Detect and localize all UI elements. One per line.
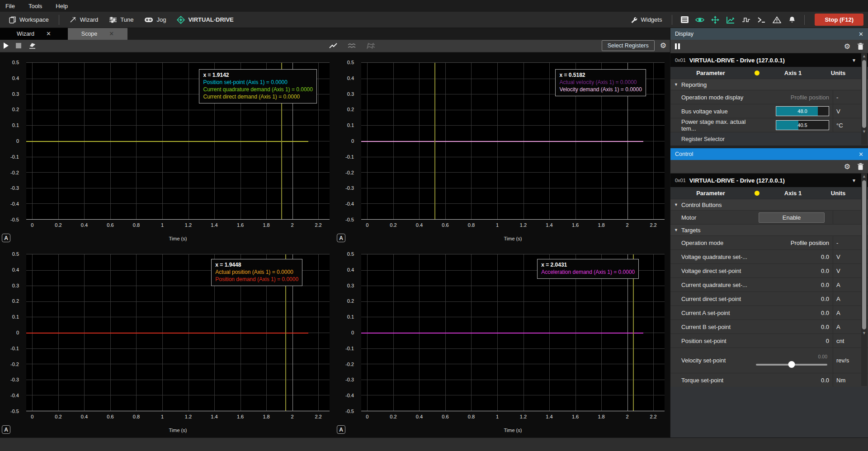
autoscale-button[interactable]: A — [337, 425, 345, 434]
autoscale-button[interactable]: A — [2, 425, 10, 434]
plot-area[interactable]: x = 2.0431Acceleration demand (Axis 1) =… — [361, 254, 665, 411]
pause-icon[interactable] — [675, 43, 680, 49]
settings-gear-icon[interactable]: ⚙ — [844, 43, 850, 50]
control-panel-header[interactable]: Control ✕ — [670, 148, 868, 160]
param-value[interactable]: 0.0 — [754, 324, 833, 330]
scroll-up-arrow[interactable]: ▲ — [862, 174, 866, 179]
menu-file[interactable]: File — [5, 3, 15, 9]
autoscale-button[interactable]: A — [2, 234, 10, 242]
scroll-up-arrow[interactable]: ▲ — [862, 53, 866, 59]
scrollbar[interactable]: ▲▼ — [861, 53, 867, 145]
close-icon[interactable]: ✕ — [859, 151, 863, 158]
tune-button[interactable]: Tune — [104, 14, 138, 26]
x-tick-label: 0.4 — [416, 222, 423, 228]
x-tick-label: 1.2 — [185, 222, 192, 228]
param-value[interactable]: 0 — [754, 338, 833, 344]
param-value[interactable]: 0.0 — [754, 282, 833, 288]
tab-wizard[interactable]: Wizard ✕ — [0, 28, 68, 40]
trash-icon[interactable] — [858, 163, 863, 170]
tab-scope[interactable]: Scope ✕ — [68, 28, 127, 40]
scope-settings-gear-icon[interactable]: ⚙ — [660, 42, 666, 49]
virtual-drive-button[interactable]: VIRTUAL-DRIVE — [172, 14, 238, 26]
terminal-button[interactable] — [755, 14, 768, 26]
drive-selector[interactable]: 0x01VIRTUAL-DRIVE - Drive (127.0.0.1)▼ — [670, 174, 868, 187]
charts-grid: 0.50.40.30.20.10-0.1-0.2-0.3-0.4-0.5x = … — [0, 52, 670, 437]
plot-area[interactable]: x = 1.9448Actual position (Axis 1) = 0.0… — [26, 254, 330, 411]
jog-button[interactable]: Jog — [140, 14, 170, 25]
gridline — [26, 125, 330, 126]
param-value[interactable]: 0.0 — [754, 268, 833, 274]
clear-eraser-icon[interactable] — [28, 42, 36, 49]
scope-chart-2: 0.50.40.30.20.10-0.1-0.2-0.3-0.4-0.5x = … — [0, 246, 335, 437]
merged-trace-view-icon[interactable] — [366, 42, 376, 49]
section-header[interactable]: ▼Targets — [670, 224, 868, 235]
scroll-down-arrow[interactable]: ▼ — [862, 330, 866, 336]
plot-area[interactable]: x = 1.9142Position set-point (Axis 1) = … — [26, 62, 330, 220]
menu-tools[interactable]: Tools — [28, 3, 42, 9]
param-units: V — [833, 104, 856, 118]
motor-enable-button[interactable]: Enable — [759, 212, 825, 223]
slider-handle[interactable] — [788, 361, 795, 368]
scroll-thumb[interactable] — [862, 180, 866, 329]
signal-generator-button[interactable] — [739, 14, 753, 26]
param-value[interactable]: 0.0 — [754, 377, 833, 384]
autoscale-button[interactable]: A — [337, 234, 345, 242]
split-trace-view-icon[interactable] — [348, 42, 356, 49]
stop-button[interactable]: Stop (F12) — [815, 14, 863, 26]
y-tick-label: -0.5 — [345, 217, 354, 222]
gridline — [26, 172, 330, 173]
section-header[interactable]: ▼Control Buttons — [670, 199, 868, 210]
workspace-button[interactable]: Workspace — [5, 14, 53, 26]
scrollbar[interactable]: ▲▼ — [861, 174, 867, 386]
chevron-down-icon[interactable]: ▼ — [852, 58, 856, 63]
close-icon[interactable]: ✕ — [859, 31, 863, 38]
scroll-thumb[interactable] — [862, 60, 866, 128]
y-tick-label: -0.1 — [10, 346, 19, 351]
param-value: Enable — [754, 212, 833, 223]
square-wave-icon — [742, 17, 750, 23]
value-bar-text: 48.0 — [776, 107, 829, 116]
tooltip-x-value: x = 2.0431 — [541, 262, 635, 268]
register-selector-link[interactable]: Register Selector — [670, 132, 868, 146]
cursor-line[interactable] — [434, 63, 435, 219]
param-value[interactable]: Profile position — [754, 240, 833, 246]
menu-help[interactable]: Help — [56, 3, 68, 9]
widgets-button[interactable]: Widgets — [626, 14, 666, 26]
wizard-button[interactable]: Wizard — [65, 14, 103, 26]
column-parameter: Parameter — [670, 70, 751, 76]
display-panel-header[interactable]: Display ✕ — [670, 28, 868, 40]
settings-gear-icon[interactable]: ⚙ — [844, 163, 850, 170]
notifications-button[interactable] — [785, 14, 799, 26]
tooltip-series-value: Position demand (Axis 1) = 0.0000 — [215, 276, 298, 282]
gridline — [318, 254, 319, 411]
x-tick-label: 0.6 — [107, 222, 113, 228]
warnings-button[interactable] — [770, 14, 783, 26]
chevron-down-icon[interactable]: ▼ — [852, 178, 856, 183]
x-tick-label: 1.8 — [598, 222, 604, 228]
param-units: cnt — [833, 334, 856, 348]
section-header[interactable]: ▼Reporting — [670, 79, 868, 90]
param-value[interactable]: 0.0 — [754, 254, 833, 260]
drive-selector[interactable]: 0x01VIRTUAL-DRIVE - Drive (127.0.0.1)▼ — [670, 53, 868, 67]
y-tick-label: 0.1 — [12, 122, 19, 128]
param-row: Operation mode displayProfile position- — [670, 90, 868, 104]
close-icon[interactable]: ✕ — [46, 30, 51, 37]
register-table-button[interactable] — [678, 14, 691, 26]
y-tick-label: -0.2 — [10, 362, 19, 367]
axis-color-dot — [755, 70, 760, 75]
param-value[interactable]: 0.0 — [754, 296, 833, 302]
stop-icon[interactable] — [16, 43, 21, 48]
play-icon[interactable] — [4, 42, 9, 49]
velocity-slider[interactable] — [756, 361, 827, 367]
tooltip-series-value: Actual position (Axis 1) = 0.0000 — [215, 269, 298, 275]
scope-chart-button[interactable] — [724, 14, 737, 26]
plot-area[interactable]: x = 0.5182Actual velocity (Axis 1) = 0.0… — [361, 62, 665, 220]
single-trace-view-icon[interactable] — [329, 42, 338, 49]
trash-icon[interactable] — [858, 43, 863, 50]
scroll-down-arrow[interactable]: ▼ — [862, 129, 866, 135]
monitor-eye-button[interactable] — [693, 14, 707, 26]
param-value[interactable]: 0.0 — [754, 310, 833, 316]
motion-button[interactable] — [708, 14, 722, 26]
close-icon[interactable]: ✕ — [109, 30, 114, 37]
select-registers-button[interactable]: Select Registers — [602, 40, 655, 51]
